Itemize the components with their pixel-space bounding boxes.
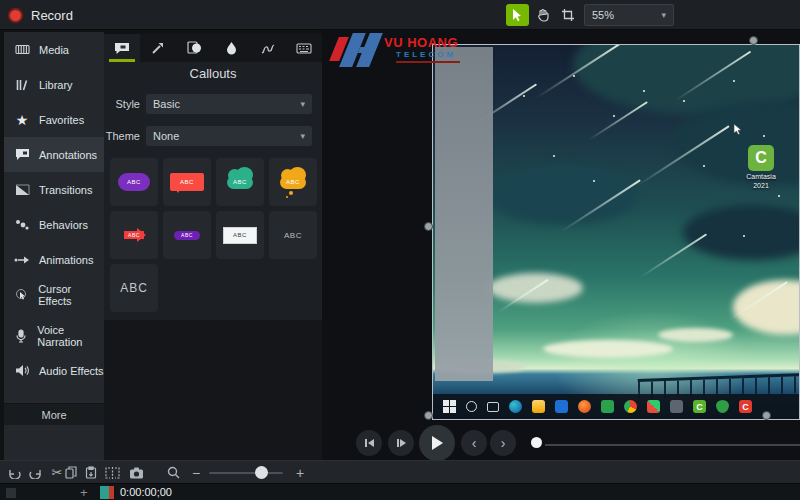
sidebar-more-button[interactable]: More bbox=[4, 403, 104, 425]
timeline-zoom-slider-handle[interactable] bbox=[255, 466, 268, 479]
undo-icon bbox=[7, 467, 21, 479]
play-button[interactable] bbox=[419, 425, 455, 461]
split-button[interactable] bbox=[100, 461, 124, 484]
selection-handle-top[interactable] bbox=[749, 36, 758, 45]
copy-icon bbox=[65, 466, 77, 479]
droplet-icon bbox=[226, 41, 237, 55]
speaker-icon bbox=[14, 364, 30, 377]
zoom-in-button[interactable]: + bbox=[292, 461, 308, 484]
pan-tool-button[interactable] bbox=[531, 4, 554, 26]
copy-button[interactable] bbox=[60, 461, 82, 484]
add-track-button[interactable]: + bbox=[80, 485, 88, 500]
theme-dropdown[interactable]: None ▾ bbox=[146, 126, 312, 146]
minus-icon: − bbox=[192, 465, 200, 481]
sidebar-item-animations[interactable]: Animations bbox=[4, 242, 104, 277]
redo-button[interactable] bbox=[26, 461, 46, 484]
style-label: Style bbox=[104, 98, 140, 110]
callout-thumb-cloud[interactable]: ABC bbox=[216, 158, 264, 206]
cursor-tool-button[interactable] bbox=[506, 4, 529, 26]
chevron-down-icon: ▾ bbox=[661, 10, 666, 20]
annotation-tab-strip bbox=[104, 34, 322, 62]
sidebar-item-label: Annotations bbox=[39, 149, 97, 161]
annotations-panel: Callouts Style Basic ▾ Theme None ▾ ABC … bbox=[104, 34, 322, 320]
tab-sketch-motion[interactable] bbox=[249, 34, 285, 62]
crop-tool-button[interactable] bbox=[556, 4, 579, 26]
camtasia-desktop-icon[interactable]: C Camtasia 2021 bbox=[738, 145, 784, 191]
panel-title: Callouts bbox=[104, 66, 322, 81]
callout-thumb-pill[interactable]: ABC bbox=[163, 211, 211, 259]
selection-handle-bottom-left[interactable] bbox=[424, 411, 433, 420]
shapes-tab-icon bbox=[187, 41, 202, 55]
screenshot-button[interactable] bbox=[124, 461, 148, 484]
split-icon bbox=[105, 467, 120, 479]
paste-button[interactable] bbox=[80, 461, 102, 484]
hand-icon bbox=[536, 8, 550, 22]
tab-arrows[interactable] bbox=[140, 34, 176, 62]
camtasia-green-icon: C bbox=[693, 400, 706, 413]
timeline-zoom-button[interactable] bbox=[162, 461, 184, 484]
step-forward-button[interactable] bbox=[388, 430, 414, 456]
sidebar-item-cursor-effects[interactable]: Cursor Effects bbox=[4, 277, 104, 312]
sidebar-item-annotations[interactable]: Annotations bbox=[4, 137, 104, 172]
tab-shapes[interactable] bbox=[177, 34, 213, 62]
record-button[interactable]: Record bbox=[8, 4, 73, 26]
zoom-level-value: 55% bbox=[592, 9, 614, 21]
preview-scrubber-handle[interactable] bbox=[531, 437, 542, 448]
chrome-icon bbox=[624, 400, 637, 413]
sidebar-item-library[interactable]: Library bbox=[4, 67, 104, 102]
canvas-tools bbox=[506, 4, 579, 26]
tab-callouts[interactable] bbox=[104, 34, 140, 62]
sidebar-item-transitions[interactable]: Transitions bbox=[4, 172, 104, 207]
sidebar-item-label: Media bbox=[39, 44, 69, 56]
sidebar-item-audio-effects[interactable]: Audio Effects bbox=[4, 353, 104, 388]
playhead-marker[interactable] bbox=[109, 486, 114, 499]
office-icon bbox=[647, 400, 660, 413]
callout-thumb-plain-text-large[interactable]: ABC bbox=[110, 264, 158, 312]
tab-blur[interactable] bbox=[213, 34, 249, 62]
purple-rounded-shape: ABC bbox=[118, 173, 150, 191]
undo-button[interactable] bbox=[4, 461, 24, 484]
sidebar-item-behaviors[interactable]: Behaviors bbox=[4, 207, 104, 242]
callout-thumb-arrow[interactable]: ABC bbox=[110, 211, 158, 259]
style-dropdown[interactable]: Basic ▾ bbox=[146, 94, 312, 114]
timeline-corner-box bbox=[6, 488, 16, 498]
sidebar-item-media[interactable]: Media bbox=[4, 32, 104, 67]
motion-arrow-icon bbox=[14, 255, 30, 265]
callout-thumb-text-box[interactable]: ABC bbox=[216, 211, 264, 259]
cloud-light bbox=[733, 280, 800, 335]
step-forward-icon bbox=[396, 438, 407, 448]
tab-keystrokes[interactable] bbox=[286, 34, 322, 62]
sidebar-item-favorites[interactable]: ★ Favorites bbox=[4, 102, 104, 137]
zoom-level-dropdown[interactable]: 55% ▾ bbox=[584, 4, 674, 26]
track-color-teal bbox=[100, 486, 109, 499]
callout-thumb-plain-text[interactable]: ABC bbox=[269, 211, 317, 259]
shooting-star bbox=[639, 233, 707, 278]
sidebar-item-voice-narration[interactable]: Voice Narration bbox=[4, 318, 104, 353]
start-icon bbox=[443, 400, 456, 413]
callout-thumb-purple-rounded[interactable]: ABC bbox=[110, 158, 158, 206]
camtasia-red-icon: C bbox=[739, 400, 752, 413]
callout-thumb-thought-cloud[interactable]: ABC bbox=[269, 158, 317, 206]
zoom-out-button[interactable]: − bbox=[188, 461, 204, 484]
books-icon bbox=[14, 78, 30, 91]
jump-back-button[interactable]: ‹ bbox=[461, 430, 487, 456]
preview-scrubber-track[interactable] bbox=[545, 444, 800, 446]
orange-cloud-shape: ABC bbox=[280, 176, 306, 189]
theme-label: Theme bbox=[104, 130, 140, 142]
selection-handle-left[interactable] bbox=[424, 222, 433, 231]
chevron-right-icon: › bbox=[501, 435, 506, 451]
recorded-taskbar: C C bbox=[433, 394, 800, 419]
record-icon bbox=[8, 8, 23, 23]
selection-handle-bottom[interactable] bbox=[762, 411, 771, 420]
callout-thumb-speech-bubble[interactable]: ABC bbox=[163, 158, 211, 206]
timeline-zoom-slider-track[interactable] bbox=[209, 472, 283, 474]
mouse-cursor-icon bbox=[733, 123, 743, 136]
previous-frame-button[interactable] bbox=[356, 430, 382, 456]
video-preview[interactable]: C Camtasia 2021 C C bbox=[432, 44, 800, 420]
record-label: Record bbox=[31, 8, 73, 23]
falling-dots-icon bbox=[14, 218, 30, 231]
timeline-header[interactable]: + 0:00:00;00 bbox=[0, 483, 800, 500]
camtasia-icon: C bbox=[748, 145, 774, 171]
camtasia-editor-window: Record 55% ▾ Media Library bbox=[0, 0, 800, 500]
jump-forward-button[interactable]: › bbox=[490, 430, 516, 456]
